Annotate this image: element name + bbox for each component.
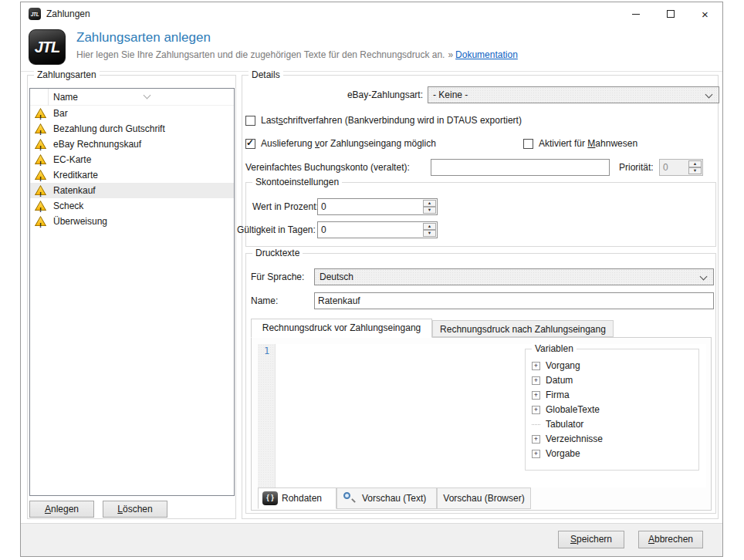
spin-down-icon[interactable]: ▼ xyxy=(688,167,702,174)
list-item-label: Überweisung xyxy=(53,214,107,229)
maximize-button[interactable] xyxy=(653,2,688,25)
warning-icon: ! xyxy=(35,170,46,180)
minimize-icon xyxy=(632,14,640,15)
list-item-bar[interactable]: ! Bar xyxy=(30,106,234,121)
expand-plus-icon[interactable]: + xyxy=(532,450,540,458)
tree-connector xyxy=(532,424,540,425)
tree-item-label: Datum xyxy=(546,373,573,388)
variablen-tree: + Vorgang + Datum + Firma xyxy=(532,359,695,467)
zahlungsarten-group: Zahlungsarten Name ! Bar ! Bezahlung dur… xyxy=(27,75,236,519)
expand-plus-icon[interactable]: + xyxy=(532,362,540,370)
buchungskonto-label: Vereinfachtes Buchungskonto (veraltet): xyxy=(245,159,410,176)
details-group-label: Details xyxy=(249,69,283,80)
list-header: Name xyxy=(30,89,234,106)
list-item-kreditkarte[interactable]: ! Kreditkarte xyxy=(30,167,234,183)
skonto-group-label: Skontoeinstellungen xyxy=(252,177,342,187)
auslieferung-checkbox[interactable] xyxy=(245,139,255,149)
variablen-group-label: Variablen xyxy=(532,343,577,354)
warning-icon: ! xyxy=(35,139,46,149)
tree-item-globaletexte[interactable]: + GlobaleTexte xyxy=(532,403,695,417)
tree-item-label: Vorgabe xyxy=(546,447,580,461)
list-item-ec-karte[interactable]: ! EC-Karte xyxy=(30,152,234,167)
anlegen-button[interactable]: Anlegen xyxy=(29,501,94,518)
ebay-zahlungsart-select[interactable]: - Keine - xyxy=(428,86,719,103)
dokumentation-link[interactable]: Dokumentation xyxy=(455,49,518,60)
tree-item-label: GlobaleTexte xyxy=(546,403,600,417)
expand-plus-icon[interactable]: + xyxy=(532,435,540,444)
tree-item-vorgabe[interactable]: + Vorgabe xyxy=(532,447,695,461)
expand-plus-icon[interactable]: + xyxy=(532,406,540,414)
list-item-label: Bezahlung durch Gutschrift xyxy=(53,121,165,137)
loeschen-button[interactable]: Löschen xyxy=(103,501,167,518)
tab-vorschau-browser[interactable]: Vorschau (Browser) xyxy=(437,487,531,509)
maximize-icon xyxy=(667,10,675,18)
drucktexte-group-label: Drucktexte xyxy=(252,248,303,258)
speichern-button[interactable]: Speichern xyxy=(558,531,624,548)
tree-item-label: Vorgang xyxy=(546,359,580,373)
prioritaet-value: 0 xyxy=(663,160,668,175)
dialog-header: JTL Zahlungsarten anlegen Hier legen Sie… xyxy=(21,25,722,72)
lastschrift-checkbox[interactable] xyxy=(245,116,255,126)
variablen-group: Variablen + Vorgang + Datum + xyxy=(525,349,699,471)
list-item-label: Kreditkarte xyxy=(53,167,98,183)
zahlungsarten-list: Name ! Bar ! Bezahlung durch Gutschrift … xyxy=(29,88,235,496)
list-item-label: Ratenkauf xyxy=(53,183,96,198)
close-button[interactable]: × xyxy=(688,2,722,25)
tree-item-vorgang[interactable]: + Vorgang xyxy=(532,359,695,373)
sprache-select[interactable]: Deutsch xyxy=(314,268,714,285)
list-item-gutschrift[interactable]: ! Bezahlung durch Gutschrift xyxy=(30,121,234,137)
tree-item-label: Firma xyxy=(546,388,570,403)
warning-icon: ! xyxy=(35,185,46,195)
gueltigkeit-spinner[interactable]: 0 ▲▼ xyxy=(317,221,438,238)
link-arrow: » xyxy=(448,49,453,60)
tree-item-firma[interactable]: + Firma xyxy=(532,388,695,403)
minimize-button[interactable] xyxy=(618,2,653,25)
list-item-label: EC-Karte xyxy=(53,152,91,167)
buchungskonto-input[interactable] xyxy=(431,159,610,176)
subtitle-text: Hier legen Sie Ihre Zahlungsarten und di… xyxy=(76,49,445,60)
spin-up-icon[interactable]: ▲ xyxy=(423,200,436,207)
tab-rechnungsdruck-vor[interactable]: Rechnungsdruck vor Zahlungseingang xyxy=(251,319,432,338)
spin-down-icon[interactable]: ▼ xyxy=(423,207,436,214)
tree-item-verzeichnisse[interactable]: + Verzeichnisse xyxy=(532,432,695,447)
page-subtitle: Hier legen Sie Ihre Zahlungsarten und di… xyxy=(76,49,518,60)
chevron-down-icon xyxy=(705,91,713,99)
expand-plus-icon[interactable]: + xyxy=(532,376,540,385)
warning-icon: ! xyxy=(35,154,46,164)
list-item-scheck[interactable]: ! Scheck xyxy=(30,198,234,214)
list-item-label: Scheck xyxy=(53,198,83,214)
abbrechen-button[interactable]: Abbrechen xyxy=(638,531,703,548)
name-column-header[interactable]: Name xyxy=(49,89,234,106)
page-title: Zahlungsarten anlegen xyxy=(76,30,211,46)
footer-bar: Speichern Abbrechen xyxy=(21,523,722,556)
tab-rechnungsdruck-nach[interactable]: Rechnungsdruck nach Zahlungseingang xyxy=(432,320,614,337)
warning-icon: ! xyxy=(35,216,46,226)
wert-value: 0 xyxy=(321,199,326,214)
auslieferung-label: Auslieferung vor Zahlungseingang möglich xyxy=(261,137,436,150)
tree-item-label: Tabulator xyxy=(546,417,583,432)
list-item-ratenkauf[interactable]: ! Ratenkauf xyxy=(30,183,234,198)
spin-up-icon[interactable]: ▲ xyxy=(688,160,702,167)
spin-up-icon[interactable]: ▲ xyxy=(423,223,436,230)
tab-vorschau-text[interactable]: Vorschau (Text) xyxy=(336,487,437,509)
expand-plus-icon[interactable]: + xyxy=(532,391,540,400)
titlebar: JTL Zahlungen × xyxy=(21,2,722,25)
icon-column-header[interactable] xyxy=(30,89,49,106)
name-input[interactable] xyxy=(314,292,714,309)
wert-in-prozent-spinner[interactable]: 0 ▲▼ xyxy=(317,198,438,215)
wert-in-prozent-label: Wert in Prozent: xyxy=(252,198,314,215)
prioritaet-spinner[interactable]: 0 ▲▼ xyxy=(659,159,703,176)
magnifier-icon xyxy=(343,492,356,504)
tree-item-tabulator[interactable]: Tabulator xyxy=(532,417,695,432)
tree-item-label: Verzeichnisse xyxy=(546,432,603,447)
ebay-zahlungsart-label: eBay-Zahlungsart: xyxy=(242,86,423,103)
mahnwesen-checkbox[interactable] xyxy=(523,139,533,149)
fuer-sprache-label: Für Sprache: xyxy=(251,268,304,285)
list-item-ueberweisung[interactable]: ! Überweisung xyxy=(30,214,234,229)
spin-down-icon[interactable]: ▼ xyxy=(423,230,436,237)
tab-rohdaten[interactable]: { } Rohdaten xyxy=(258,487,336,509)
list-item-ebay-rechnungskauf[interactable]: ! eBay Rechnungskauf xyxy=(30,137,234,152)
window-controls: × xyxy=(618,2,722,25)
tree-item-datum[interactable]: + Datum xyxy=(532,373,695,388)
name-label: Name: xyxy=(251,292,278,309)
